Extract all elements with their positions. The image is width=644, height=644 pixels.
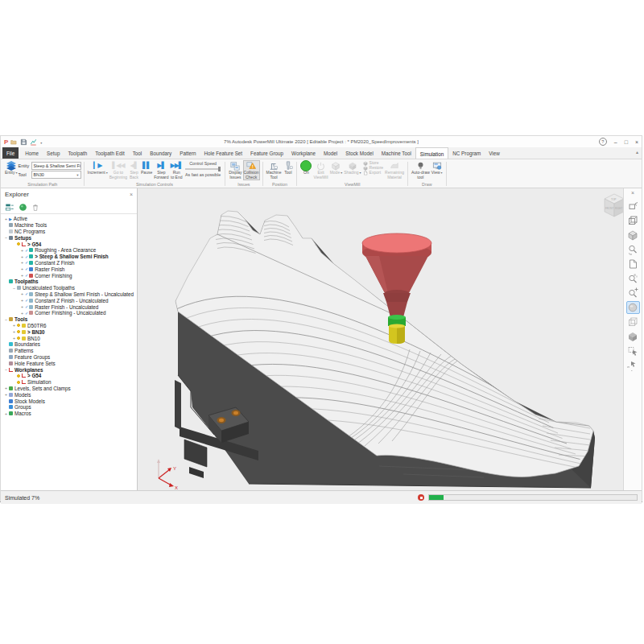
tree-expander-icon[interactable]: − xyxy=(11,286,17,291)
tab-tool[interactable]: Tool xyxy=(129,147,147,159)
tree-item[interactable]: Machine Tools xyxy=(1,222,137,229)
tree-item[interactable]: +✓Constant Z Finish xyxy=(1,260,137,266)
tab-model[interactable]: Model xyxy=(320,147,341,159)
tree-item[interactable]: −Workplanes xyxy=(1,366,137,373)
add-icon[interactable] xyxy=(19,203,27,212)
tree-item[interactable]: Groups xyxy=(1,404,137,411)
tab-nc-program[interactable]: NC Program xyxy=(448,147,485,159)
view-button[interactable]: View xyxy=(431,160,444,176)
view-cube[interactable]: TOP FRONT RIGHT xyxy=(605,194,623,217)
tree-item[interactable]: −Tools xyxy=(1,316,137,323)
tree-item[interactable]: Stock Models xyxy=(1,398,137,404)
tree-item[interactable]: +D50TR6 xyxy=(1,323,137,329)
tree-item[interactable]: +Levels, Sets and Clamps xyxy=(1,386,137,392)
shaded-sphere-icon[interactable] xyxy=(626,301,640,314)
tree-item[interactable]: +BN10 xyxy=(1,335,137,341)
tree-item[interactable]: +✓Corner Finishing xyxy=(1,272,137,279)
delete-icon[interactable] xyxy=(31,203,39,212)
tree-item[interactable]: −Uncalculated Toolpaths xyxy=(1,285,137,291)
tab-view[interactable]: View xyxy=(485,147,504,159)
display-issues-button[interactable]: Display Issues xyxy=(228,160,242,180)
tree-item[interactable]: +✓> Steep & Shallow Semi Finish xyxy=(1,254,137,260)
exit-viewmill-button[interactable]: Exit ViewMill xyxy=(312,160,328,180)
tree-expander-icon[interactable]: + xyxy=(3,411,9,416)
viewport-3d[interactable]: Y X TOP FRONT RIGHT xyxy=(138,188,623,490)
tab-toolpath-edit[interactable]: Toolpath Edit xyxy=(91,147,128,159)
tree-expander-icon[interactable]: + xyxy=(11,329,17,334)
explorer-close-icon[interactable]: × xyxy=(130,192,133,197)
tree-item[interactable]: Toolpaths xyxy=(1,279,137,285)
close-button[interactable]: × xyxy=(635,139,638,145)
tree-item[interactable]: > G54 xyxy=(1,241,137,247)
auto-draw-tool-button[interactable]: Auto-draw tool xyxy=(411,160,431,180)
zoom-window-icon[interactable] xyxy=(626,272,640,285)
tree-item[interactable]: +> BN30 xyxy=(1,328,137,335)
step-forward-button[interactable]: ▶▌Step Forward xyxy=(153,160,169,180)
tree-item[interactable]: +✓Raster Finish - Uncalculated xyxy=(1,303,137,310)
tree-expander-icon[interactable]: − xyxy=(3,367,9,372)
minimize-button[interactable]: – xyxy=(614,139,617,145)
tree-item[interactable]: > G54 xyxy=(1,373,137,379)
step-back-button[interactable]: ◀▌Step Back xyxy=(128,160,140,180)
tree-expander-icon[interactable]: + xyxy=(11,336,17,341)
tree-expander-icon[interactable]: + xyxy=(3,386,9,390)
tree-item[interactable]: Boundaries xyxy=(1,341,137,348)
export-button[interactable]: Export xyxy=(363,171,384,175)
tree-item[interactable]: +✓Steep & Shallow Semi Finish - Uncalcul… xyxy=(1,291,137,298)
stop-simulation-icon[interactable] xyxy=(418,494,424,501)
tab-stock-model[interactable]: Stock Model xyxy=(341,147,378,159)
tool-position-button[interactable]: Tool xyxy=(282,160,294,176)
tree-item[interactable]: +✓Constant Z Finish - Uncalculated xyxy=(1,297,137,303)
tree-item[interactable]: Feature Groups xyxy=(1,354,137,361)
tree-item[interactable]: Simulation xyxy=(1,379,137,386)
tree-expander-icon[interactable]: + xyxy=(19,291,25,296)
tree-item[interactable]: +Models xyxy=(1,391,137,398)
tab-simulation[interactable]: Simulation xyxy=(415,147,448,159)
tree-item[interactable]: +Macros xyxy=(1,411,137,417)
increment-button[interactable]: ▎▶Increment xyxy=(87,160,109,176)
tab-feature-group[interactable]: Feature Group xyxy=(246,147,287,159)
save-project-icon[interactable] xyxy=(20,138,27,146)
tree-expander-icon[interactable]: + xyxy=(19,311,25,316)
tab-file[interactable]: File xyxy=(2,147,19,159)
collision-check-button[interactable]: Collision Check xyxy=(243,160,260,180)
tab-pattern[interactable]: Pattern xyxy=(175,147,200,159)
tree-expander-icon[interactable]: + xyxy=(19,273,25,278)
shaded-cube-icon[interactable] xyxy=(626,229,640,242)
tree-item[interactable]: +✓Raster Finish xyxy=(1,266,137,272)
viewmill-on-button[interactable]: On xyxy=(299,160,312,176)
open-project-icon[interactable] xyxy=(10,138,18,146)
unfold-view-icon[interactable] xyxy=(626,200,640,213)
tree-item[interactable]: +✓Roughing - Area Clearance xyxy=(1,247,137,254)
tree-item[interactable]: NC Programs xyxy=(1,229,137,235)
tree-expander-icon[interactable]: + xyxy=(19,298,25,303)
machine-tool-position-button[interactable]: Machine Tool xyxy=(266,160,283,180)
tree-item[interactable]: Patterns xyxy=(1,348,137,354)
go-to-beginning-button[interactable]: ▌◀◀Go to Beginning xyxy=(109,160,128,180)
tab-workplane[interactable]: Workplane xyxy=(287,147,320,159)
control-speed-slider[interactable] xyxy=(185,168,221,170)
tree-expander-icon[interactable]: + xyxy=(19,254,25,259)
tab-boundary[interactable]: Boundary xyxy=(146,147,175,159)
tab-hole-feature-set[interactable]: Hole Feature Set xyxy=(200,147,247,159)
zoom-in-out-icon[interactable] xyxy=(626,287,640,299)
tree-item[interactable]: −Setups xyxy=(1,234,137,241)
tree-expander-icon[interactable]: + xyxy=(11,323,17,328)
pause-button[interactable]: ▌▌Pause xyxy=(140,160,153,176)
tree-expander-icon[interactable]: − xyxy=(3,235,9,240)
tree-expander-icon[interactable]: + xyxy=(3,217,9,221)
tab-setup[interactable]: Setup xyxy=(43,147,64,159)
tree-expander-icon[interactable]: + xyxy=(19,260,25,265)
explorer-tree-icon[interactable] xyxy=(5,203,14,212)
select-box-icon[interactable] xyxy=(626,345,640,357)
ghost-cube-icon[interactable] xyxy=(626,316,640,328)
tree-expander-icon[interactable]: + xyxy=(19,304,25,309)
tree-item[interactable]: +▶Active xyxy=(1,216,137,222)
run-to-end-button[interactable]: ▶▶▌Run to End xyxy=(170,160,184,180)
zoom-previous-icon[interactable] xyxy=(626,243,640,256)
solid-cube-icon[interactable] xyxy=(626,330,640,343)
wireframe-cube-icon[interactable] xyxy=(626,214,640,227)
tree-item[interactable]: Hole Feature Sets xyxy=(1,360,137,366)
entity-select[interactable]: Steep & Shallow Semi Fi xyxy=(31,162,81,170)
page-icon[interactable] xyxy=(626,258,640,270)
